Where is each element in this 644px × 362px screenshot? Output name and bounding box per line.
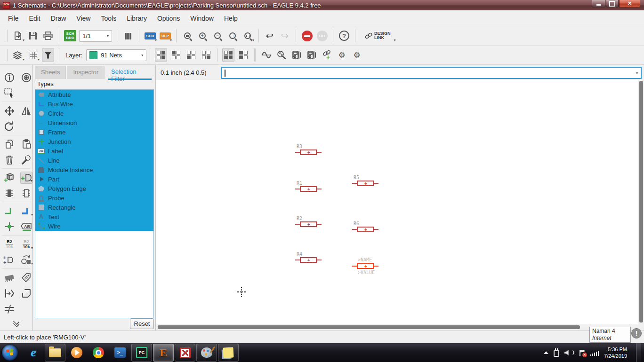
sheet-selector[interactable]: 1/1 ▾ — [79, 29, 112, 43]
type-item-line[interactable]: Line — [35, 156, 153, 165]
display-preset-5-button[interactable] — [222, 48, 234, 62]
horizontal-scrollbar[interactable] — [156, 324, 638, 331]
volume-icon[interactable] — [564, 350, 571, 355]
menu-edit[interactable]: Edit — [24, 13, 46, 24]
scrollbar-thumb[interactable] — [639, 81, 643, 323]
network-signal-icon[interactable] — [590, 350, 599, 356]
toolbar-grip[interactable] — [5, 30, 8, 42]
maximize-button[interactable] — [606, 0, 619, 8]
layer-settings-button[interactable] — [12, 48, 24, 62]
schematic-part-r2[interactable]: + R2 — [295, 221, 322, 227]
taskbar-button-windows-explorer[interactable] — [45, 344, 65, 362]
type-item-junction[interactable]: Junction — [35, 137, 153, 146]
sch-brd-button[interactable]: SCHBRD — [64, 29, 76, 43]
scrollbar-thumb[interactable] — [158, 325, 580, 329]
toolbar-grip[interactable] — [5, 49, 8, 61]
multimeter-button[interactable] — [290, 48, 303, 62]
label-button[interactable]: AB — [20, 220, 32, 233]
link-add-button[interactable]: + — [321, 48, 333, 62]
taskbar-button-pycharm[interactable]: PC — [131, 344, 152, 362]
paste-button[interactable] — [20, 138, 32, 150]
zoom-in-button[interactable]: + — [196, 29, 209, 43]
menu-options[interactable]: Options — [152, 13, 185, 24]
menu-tools[interactable]: Tools — [96, 13, 121, 24]
schematic-part-r1[interactable]: + R1 — [295, 186, 322, 192]
reset-button[interactable]: Reset — [130, 318, 154, 329]
simulation-settings-alt-button[interactable] — [351, 48, 363, 62]
schematic-part-r6[interactable]: + R6 — [352, 227, 378, 232]
schematic-part-r3[interactable]: + R3 — [295, 150, 322, 155]
tab-sheets[interactable]: Sheets — [35, 66, 66, 79]
waveform-button[interactable] — [260, 48, 273, 62]
close-button[interactable] — [619, 0, 640, 8]
taskbar-button-internet-explorer[interactable]: e — [23, 344, 44, 362]
minimize-button[interactable] — [592, 0, 605, 8]
smash-button[interactable] — [20, 254, 32, 266]
hidden-icons-button[interactable] — [544, 351, 548, 354]
taskbar-button-paint[interactable] — [196, 344, 217, 362]
type-item-dimension[interactable]: Dimension — [35, 118, 153, 127]
schematic-part-r4[interactable]: + R4 — [295, 257, 322, 263]
gateswap-button[interactable]: ++ — [3, 254, 16, 266]
type-item-bus-wire[interactable]: Bus Wire — [35, 99, 153, 109]
placing-part[interactable]: + >NAME >VALUE — [352, 263, 378, 269]
zoom-redraw-button[interactable]: = — [226, 29, 239, 43]
polygon-button[interactable] — [20, 287, 32, 299]
info-button[interactable] — [3, 71, 16, 84]
type-item-part[interactable]: Part — [35, 174, 153, 184]
select-group-button[interactable] — [3, 87, 16, 99]
copy-button[interactable] — [3, 138, 16, 150]
zoom-out-button[interactable]: − — [211, 29, 224, 43]
rotate-button[interactable] — [3, 120, 16, 133]
zoom-select-button[interactable] — [242, 29, 254, 43]
show-desktop-button[interactable] — [636, 343, 641, 362]
alert-icon[interactable] — [631, 328, 642, 338]
type-item-text[interactable]: AText — [35, 212, 153, 221]
schematic-part-r5[interactable]: + R5 — [352, 181, 378, 186]
name-button[interactable]: R210k — [3, 238, 16, 251]
stop-button[interactable] — [301, 29, 313, 43]
command-input[interactable] — [222, 68, 636, 78]
vertical-scrollbar[interactable] — [638, 80, 644, 324]
menu-window[interactable]: Window — [185, 13, 219, 24]
tab-selection-filter[interactable]: Selection Filter — [105, 66, 154, 79]
replace-device-button[interactable] — [20, 187, 32, 199]
scr-button[interactable]: SCR — [144, 29, 156, 43]
chevron-down-icon[interactable]: ▾ — [636, 71, 638, 75]
type-item-rectangle[interactable]: Rectangle — [35, 203, 153, 212]
menu-help[interactable]: Help — [219, 13, 243, 24]
zoom-fit-button[interactable] — [181, 29, 193, 43]
menu-view[interactable]: View — [71, 13, 96, 24]
pinswap-button[interactable] — [3, 287, 16, 299]
junction-button[interactable] — [3, 220, 16, 233]
net-button[interactable] — [3, 205, 16, 217]
type-item-probe[interactable]: Probe — [35, 193, 153, 203]
taskbar-button-eagle[interactable]: E — [153, 344, 174, 362]
split-button[interactable] — [3, 303, 16, 315]
type-item-wire[interactable]: Wire — [35, 221, 153, 231]
type-item-attribute[interactable]: Attribute — [35, 90, 153, 99]
save-button[interactable] — [27, 29, 39, 43]
display-preset-2-button[interactable] — [170, 48, 182, 62]
move-button[interactable] — [3, 105, 16, 117]
replace-part-button[interactable] — [3, 187, 16, 199]
type-item-polygon-edge[interactable]: Polygon Edge — [35, 184, 153, 193]
taskbar-button-chrome[interactable] — [88, 344, 109, 362]
ulp-button[interactable]: ULP — [159, 29, 171, 43]
layer-select[interactable]: 91 Nets ▾ — [86, 49, 146, 61]
display-preset-4-button[interactable] — [200, 48, 212, 62]
title-bar[interactable]: SCH 1 Schematic - C:\Users\Administrator… — [0, 0, 644, 10]
display-preset-1-button[interactable] — [155, 48, 167, 62]
add-part-button[interactable]: + — [3, 172, 16, 184]
action-center-icon[interactable] — [580, 350, 585, 356]
library-button[interactable] — [122, 29, 134, 43]
more-tools-button[interactable] — [13, 320, 20, 326]
mirror-button[interactable] — [20, 105, 32, 117]
help-button[interactable]: ? — [338, 29, 350, 43]
value-button[interactable]: R210k — [20, 238, 32, 251]
start-button[interactable] — [2, 345, 18, 361]
new-sheet-button[interactable] — [12, 29, 24, 43]
show-button[interactable] — [20, 71, 32, 84]
type-item-frame[interactable]: Frame — [35, 127, 153, 137]
menu-file[interactable]: File — [3, 13, 24, 24]
